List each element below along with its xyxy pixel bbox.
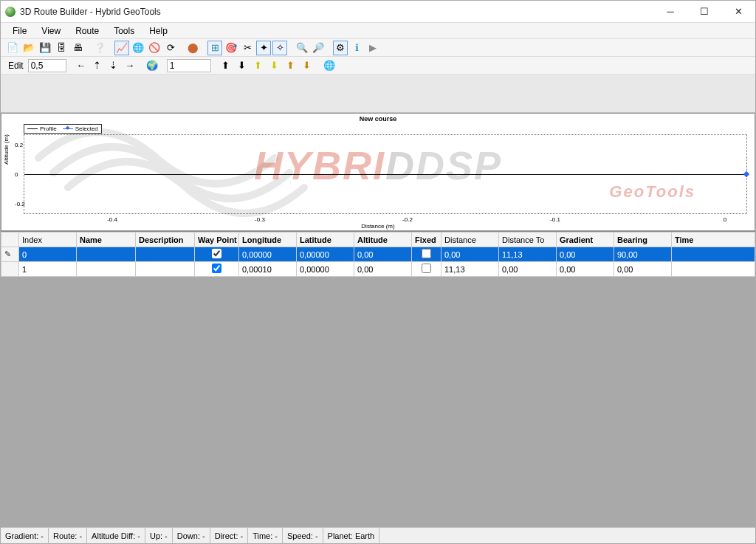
status-altdiff: Altitude Diff: - [87,528,145,543]
status-direct: Direct: - [210,528,249,543]
chart-title: New course [1,115,755,123]
col-latitude[interactable]: Latitude [297,233,354,247]
col-waypoint[interactable]: Way Point [195,233,239,247]
menu-route[interactable]: Route [69,24,105,38]
maximize-button[interactable]: ☐ [687,1,721,23]
waypoint-checkbox[interactable] [212,264,221,273]
down3-icon[interactable]: ⬇ [300,58,315,73]
chart-legend: Profile Selected [24,124,102,134]
zoom-in-icon[interactable]: 🔍 [295,41,309,55]
status-up: Up: - [145,528,173,543]
up2-icon[interactable]: ⬆ [251,58,266,73]
zoom-out-icon[interactable]: 🔎 [311,41,326,55]
col-distance[interactable]: Distance [441,233,499,247]
col-fixed[interactable]: Fixed [412,233,441,247]
chart-toggle-icon[interactable]: 📈 [114,41,129,55]
spin-value-input[interactable] [167,59,211,72]
menubar: File View Route Tools Help [1,23,755,39]
tool-a-icon[interactable]: ✦ [256,41,271,55]
status-speed: Speed: - [283,528,323,543]
close-button[interactable]: ✕ [721,1,755,23]
col-description[interactable]: Description [136,233,195,247]
status-time: Time: - [248,528,283,543]
col-bearing[interactable]: Bearing [614,233,672,247]
minimize-button[interactable]: ─ [653,1,687,23]
col-name[interactable]: Name [77,233,136,247]
record-icon[interactable]: ⬤ [185,41,200,55]
arrow-right-icon[interactable]: → [123,58,137,73]
save-icon[interactable]: 💾 [38,41,52,55]
edit-label: Edit [5,61,27,71]
app-icon [5,7,16,17]
col-distanceto[interactable]: Distance To [499,233,557,247]
grid-icon[interactable]: ⊞ [207,41,222,55]
play-icon[interactable]: ▶ [365,41,380,55]
status-planet: Planet: Earth [323,528,380,543]
table-row[interactable]: 10,000100,000000,0011,130,000,000,00 [1,262,755,277]
menu-tools[interactable]: Tools [108,24,140,38]
toolbar-main: 📄 📂 💾 🗄 🖶 ❔ 📈 🌐 🚫 ⟳ ⬤ ⊞ 🎯 ✂ ✦ ✧ 🔍 🔎 ⚙ ℹ … [1,39,755,57]
statusbar: Gradient: - Route: - Altitude Diff: - Up… [1,527,755,543]
no-globe-icon[interactable]: 🚫 [147,41,162,55]
col-altitude[interactable]: Altitude [354,233,412,247]
waypoint-checkbox[interactable] [212,249,221,258]
toolbar-edit: Edit ← ⇡ ⇣ → 🌍 ⬆ ⬇ ⬆ ⬇ ⬆ ⬇ 🌐 [1,57,755,75]
window-title: 3D Route Builder - Hybrid GeoTools [20,7,161,17]
menu-view[interactable]: View [35,24,66,38]
down2-icon[interactable]: ⬇ [267,58,282,73]
new-file-icon[interactable]: 📄 [5,41,20,55]
grid-header-row: Index Name Description Way Point Longitu… [1,233,755,247]
print-icon[interactable]: 🖶 [70,41,85,55]
up1-icon[interactable]: ⬆ [219,58,233,73]
chart-ylabel: Altitude (m) [3,134,10,165]
profile-chart[interactable]: HYBRIDDSP GeoTools New course Profile Se… [1,113,755,231]
cut-icon[interactable]: ✂ [240,41,255,55]
col-time[interactable]: Time [672,233,755,247]
menu-help[interactable]: Help [143,24,173,38]
target-icon[interactable]: 🎯 [224,41,238,55]
waypoint-grid-wrap: Index Name Description Way Point Longitu… [1,231,755,527]
open-file-icon[interactable]: 📂 [21,41,36,55]
globe-icon[interactable]: 🌐 [131,41,145,55]
chart-plot-area [24,134,747,214]
up3-icon[interactable]: ⬆ [284,58,298,73]
chart-xlabel: Distance (m) [1,223,755,230]
status-gradient: Gradient: - [1,528,49,543]
settings-icon[interactable]: ⚙ [333,41,348,55]
down1-icon[interactable]: ⬇ [235,58,250,73]
status-route: Route: - [49,528,87,543]
help-icon[interactable]: ❔ [92,41,107,55]
col-longitude[interactable]: Longitude [239,233,297,247]
globe-arrows-icon[interactable]: 🌐 [322,58,337,73]
fixed-checkbox[interactable] [422,264,431,273]
info-icon[interactable]: ℹ [349,41,364,55]
fixed-checkbox[interactable] [422,249,431,258]
arrow-left-icon[interactable]: ← [74,58,89,73]
col-index[interactable]: Index [19,233,77,247]
selected-point-icon [743,171,749,177]
toolbar-spacer [1,75,755,113]
table-row[interactable]: ✎00,000000,000000,000,0011,130,0090,00 [1,247,755,262]
save-as-icon[interactable]: 🗄 [54,41,69,55]
globe-small-icon[interactable]: 🌍 [145,58,159,73]
menu-file[interactable]: File [7,24,32,38]
status-down: Down: - [173,528,210,543]
arrow-up-alt-icon[interactable]: ⇡ [90,58,105,73]
titlebar: 3D Route Builder - Hybrid GeoTools ─ ☐ ✕ [1,1,755,23]
waypoint-grid[interactable]: Index Name Description Way Point Longitu… [1,232,755,277]
arrow-down-alt-icon[interactable]: ⇣ [106,58,121,73]
refresh-icon[interactable]: ⟳ [163,41,178,55]
tool-b-icon[interactable]: ✧ [272,41,287,55]
edit-value-input[interactable] [28,59,66,72]
col-gradient[interactable]: Gradient [557,233,614,247]
